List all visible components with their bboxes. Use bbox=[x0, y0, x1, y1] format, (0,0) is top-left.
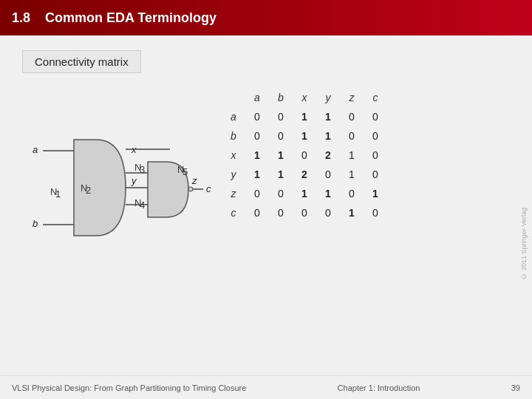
matrix-cell-x-x: 0 bbox=[293, 146, 316, 165]
matrix-cell-z-c: 1 bbox=[364, 184, 387, 203]
matrix-col-header-z: z bbox=[340, 88, 364, 107]
matrix-cell-c-c: 0 bbox=[364, 203, 387, 222]
matrix-cell-a-x: 1 bbox=[293, 107, 316, 126]
matrix-row-label-x: x bbox=[222, 146, 245, 165]
matrix-cell-b-y: 1 bbox=[316, 126, 340, 146]
matrix-row-label-z: z bbox=[222, 184, 245, 203]
matrix-cell-y-c: 0 bbox=[364, 165, 387, 184]
circuit-label-n2-sub: 2 bbox=[86, 185, 91, 196]
matrix-row-label-y: y bbox=[222, 165, 245, 184]
matrix-table: a b x y z c a 0 0 1 1 0 0 bbox=[222, 88, 387, 222]
matrix-cell-a-c: 0 bbox=[364, 107, 387, 126]
matrix-cell-y-y: 0 bbox=[316, 165, 340, 184]
matrix-cell-y-a: 1 bbox=[245, 165, 269, 184]
content: Connectivity matrix a b N 1 bbox=[0, 35, 532, 310]
footer-right: 39 bbox=[511, 383, 520, 392]
matrix-corner bbox=[222, 88, 245, 107]
circuit-diagram: a b N 1 N 2 x bbox=[22, 88, 214, 295]
circuit-label-a: a bbox=[33, 144, 38, 155]
circuit-label-b: b bbox=[33, 218, 38, 229]
matrix-cell-y-x: 2 bbox=[293, 165, 316, 184]
matrix-cell-a-a: 0 bbox=[245, 107, 269, 126]
matrix-col-header-a: a bbox=[245, 88, 269, 107]
circuit-label-n5-sub: 5 bbox=[183, 166, 188, 177]
matrix-row-a: a 0 0 1 1 0 0 bbox=[222, 107, 387, 126]
matrix-cell-b-x: 1 bbox=[293, 126, 316, 146]
matrix-row-label-c: c bbox=[222, 203, 245, 222]
matrix-col-header-y: y bbox=[316, 88, 340, 107]
matrix-col-header-x: x bbox=[293, 88, 316, 107]
matrix-cell-b-z: 0 bbox=[340, 126, 364, 146]
matrix-row-z: z 0 0 1 1 0 1 bbox=[222, 184, 387, 203]
matrix-row-label-b: b bbox=[222, 126, 245, 146]
matrix-cell-y-b: 1 bbox=[269, 165, 293, 184]
matrix-cell-z-z: 0 bbox=[340, 184, 364, 203]
matrix-cell-z-a: 0 bbox=[245, 184, 269, 203]
matrix-col-header-c: c bbox=[364, 88, 387, 107]
footer-center: Chapter 1: Introduction bbox=[338, 383, 420, 392]
matrix-cell-c-x: 0 bbox=[293, 203, 316, 222]
matrix-col-header-b: b bbox=[269, 88, 293, 107]
matrix-cell-c-z: 1 bbox=[340, 203, 364, 222]
circuit-label-n1-sub: 1 bbox=[55, 188, 61, 200]
footer-left: VLSI Physical Design: From Graph Partiti… bbox=[12, 383, 246, 392]
matrix-cell-z-x: 1 bbox=[293, 184, 316, 203]
svg-point-7 bbox=[188, 187, 193, 191]
matrix-row-b: b 0 0 1 1 0 0 bbox=[222, 126, 387, 146]
matrix-row-label-a: a bbox=[222, 107, 245, 126]
matrix-cell-b-c: 0 bbox=[364, 126, 387, 146]
section-number: 1.8 bbox=[12, 10, 30, 26]
matrix-cell-c-y: 0 bbox=[316, 203, 340, 222]
matrix-cell-x-a: 1 bbox=[245, 146, 269, 165]
connectivity-matrix-label: Connectivity matrix bbox=[22, 50, 141, 73]
footer: VLSI Physical Design: From Graph Partiti… bbox=[0, 375, 532, 399]
matrix-cell-a-y: 1 bbox=[316, 107, 340, 126]
matrix-cell-a-z: 0 bbox=[340, 107, 364, 126]
circuit-label-z: z bbox=[191, 175, 197, 186]
matrix-cell-y-z: 1 bbox=[340, 165, 364, 184]
matrix-cell-z-b: 0 bbox=[269, 184, 293, 203]
matrix-cell-c-a: 0 bbox=[245, 203, 269, 222]
circuit-label-y: y bbox=[131, 175, 137, 186]
matrix-header-row: a b x y z c bbox=[222, 88, 387, 107]
matrix-cell-x-z: 1 bbox=[340, 146, 364, 165]
matrix-cell-x-c: 0 bbox=[364, 146, 387, 165]
matrix-cell-b-b: 0 bbox=[269, 126, 293, 146]
matrix-area: a b x y z c a 0 0 1 1 0 0 bbox=[214, 88, 510, 222]
matrix-row-c: c 0 0 0 0 1 0 bbox=[222, 203, 387, 222]
matrix-cell-b-a: 0 bbox=[245, 126, 269, 146]
main-area: a b N 1 N 2 x bbox=[22, 88, 510, 295]
matrix-cell-x-b: 1 bbox=[269, 146, 293, 165]
matrix-cell-a-b: 0 bbox=[269, 107, 293, 126]
matrix-cell-z-y: 1 bbox=[316, 184, 340, 203]
matrix-row-y: y 1 1 2 0 1 0 bbox=[222, 165, 387, 184]
matrix-cell-x-y: 2 bbox=[316, 146, 340, 165]
matrix-cell-c-b: 0 bbox=[269, 203, 293, 222]
circuit-label-c: c bbox=[206, 183, 211, 194]
watermark: © 2011 Springer-Verlag bbox=[520, 208, 528, 280]
header: 1.8 Common EDA Terminology bbox=[0, 0, 532, 35]
section-title: Common EDA Terminology bbox=[45, 10, 216, 26]
matrix-row-x: x 1 1 0 2 1 0 bbox=[222, 146, 387, 165]
